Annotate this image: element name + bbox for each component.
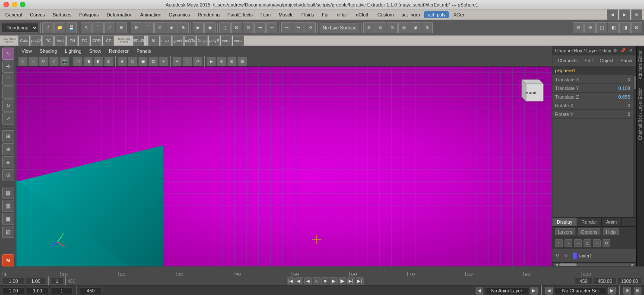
misc-btn2[interactable]: ⊘: [375, 22, 386, 33]
vp-top-btn[interactable]: ⊡: [104, 57, 114, 66]
lasso-btn[interactable]: ⌒: [92, 22, 104, 33]
tab-object[interactable]: Object: [597, 57, 616, 64]
attr-editor-side-tab[interactable]: Attribute Editor: [637, 46, 644, 83]
deform-btn4[interactable]: ⊢: [254, 22, 266, 33]
snap-point-btn[interactable]: ⊙: [154, 22, 165, 33]
lasso-tool-btn[interactable]: ⌒: [2, 74, 14, 86]
vp-rotate-btn[interactable]: ↻: [39, 57, 48, 66]
polye-btn[interactable]: polyE: [209, 35, 220, 46]
vp-light-btn[interactable]: ☀: [159, 57, 168, 66]
transform-btn[interactable]: ⤢: [104, 22, 115, 33]
icqtc-btn[interactable]: icQTc: [184, 35, 196, 46]
menu-fur[interactable]: Fur: [318, 11, 333, 18]
voror2-btn[interactable]: voror: [233, 35, 244, 46]
menu-expand-right[interactable]: ▶: [619, 9, 630, 20]
vp-texture-btn[interactable]: ▤: [149, 57, 158, 66]
char-set-name[interactable]: No Character Set: [555, 287, 606, 294]
status-options-btn[interactable]: ⊞: [634, 287, 641, 295]
layers-menu-btn[interactable]: Layers: [555, 228, 575, 235]
menu-surfaces[interactable]: Surfaces: [49, 11, 75, 18]
misc-btn4[interactable]: ◎: [398, 22, 409, 33]
cpd-btn[interactable]: CPD: [91, 35, 102, 46]
open-btn[interactable]: 📁: [54, 22, 65, 33]
vp-snap-btn[interactable]: ⊙: [217, 57, 226, 66]
vp-wire-btn[interactable]: □: [128, 57, 137, 66]
channel-row-ry[interactable]: Rotate Y 0: [552, 110, 633, 119]
tab-anim[interactable]: Anim: [602, 218, 622, 226]
channel-row-tz[interactable]: Translate Z 0.655: [552, 93, 633, 101]
menu-ncloth[interactable]: nCloth: [352, 11, 373, 18]
tab-edit[interactable]: Edit: [582, 57, 595, 64]
right-btn4[interactable]: ◧: [608, 22, 619, 33]
misc-btn3[interactable]: ⊙: [387, 22, 398, 33]
help-menu-btn[interactable]: Help: [603, 228, 619, 235]
current-time-field[interactable]: [25, 278, 47, 285]
vp-ao-btn[interactable]: ○: [183, 57, 192, 66]
maximize-button[interactable]: [20, 2, 25, 7]
range-end-field[interactable]: [593, 278, 617, 285]
new-scene-btn[interactable]: 🗋: [42, 22, 54, 33]
prev-frame-btn[interactable]: ◀: [304, 277, 312, 285]
go-end-btn[interactable]: ▶|: [356, 277, 364, 285]
menu-options[interactable]: ≡: [631, 9, 642, 20]
layer-scroll-right[interactable]: ▶: [629, 263, 635, 266]
menu-xgen[interactable]: XGen: [450, 11, 469, 18]
close-button[interactable]: [3, 2, 9, 7]
play-fwd-btn[interactable]: ▶: [330, 277, 338, 285]
repeat-btn[interactable]: ⟲: [305, 22, 316, 33]
menu-deformation[interactable]: Deformation: [103, 11, 136, 18]
snap-face-btn[interactable]: ⊕: [178, 22, 189, 33]
move2-tool-btn[interactable]: ↕: [2, 87, 14, 99]
snap-grid-btn[interactable]: ⊟: [131, 22, 142, 33]
menu-rendering[interactable]: Rendering: [194, 11, 223, 18]
channel-scroll-thumb[interactable]: [634, 76, 636, 89]
start-time-field[interactable]: [3, 278, 24, 285]
vp-iso-btn[interactable]: ◻: [73, 57, 82, 66]
deform-btn2[interactable]: ⊠: [231, 22, 242, 33]
tab-display[interactable]: Display: [552, 218, 577, 226]
render-btn[interactable]: ▶: [193, 22, 204, 33]
fn-btn[interactable]: FN: [67, 35, 78, 46]
char-set-prev[interactable]: ◀: [545, 287, 553, 295]
channel-row-rx[interactable]: Rotate X 0: [552, 101, 633, 110]
vp-show-menu[interactable]: Show: [86, 48, 105, 55]
range-start-field[interactable]: [575, 278, 592, 285]
menu-muscle[interactable]: Muscle: [275, 11, 297, 18]
view-cube[interactable]: BACK: [513, 71, 548, 106]
menu-act-nurb[interactable]: act_nurb: [398, 11, 424, 18]
undo-btn[interactable]: ↩: [281, 22, 292, 33]
sphere-light-btn[interactable]: ⊙: [148, 35, 159, 46]
menu-dynamics[interactable]: Dynamics: [166, 11, 194, 18]
next-frame-btn[interactable]: |▶: [339, 277, 346, 285]
disp-layers-btn[interactable]: ▦: [2, 213, 14, 225]
viewport[interactable]: BACK x y: [16, 67, 552, 266]
rendering-dropdown[interactable]: Rendering: [2, 23, 38, 32]
panel-icon-settings[interactable]: ⚙: [612, 48, 618, 54]
channel-row-ty[interactable]: Translate Y 0.108: [552, 84, 633, 93]
misc-btn5[interactable]: ◉: [410, 22, 421, 33]
live-surface-btn[interactable]: No Live Surface: [320, 23, 359, 32]
options-menu-btn[interactable]: Options: [578, 228, 600, 235]
stop-btn[interactable]: ■: [321, 277, 329, 285]
menu-painteffects[interactable]: PaintEffects: [224, 11, 257, 18]
menu-polygons[interactable]: Polygons: [76, 11, 102, 18]
menu-act-poly[interactable]: act_poly: [424, 11, 449, 18]
vp-hud-btn[interactable]: ⊞: [227, 57, 237, 66]
menu-expand-left[interactable]: ◀: [607, 9, 618, 20]
play-back-btn[interactable]: ◁: [313, 277, 320, 285]
rotate-tool-btn[interactable]: ↻: [2, 99, 14, 112]
range-max-field[interactable]: [618, 278, 641, 285]
vp-aa-btn[interactable]: A: [172, 57, 182, 66]
menu-general[interactable]: General: [2, 11, 25, 18]
right-btn3[interactable]: ◫: [596, 22, 607, 33]
remove-layer-btn[interactable]: ←: [593, 239, 601, 247]
scale-tool-btn[interactable]: ⤢: [2, 112, 14, 125]
vp-view-menu[interactable]: View: [18, 48, 35, 55]
frame-timeline-bar[interactable]: 1 10 20 30 40 50 60 70: [0, 267, 644, 276]
step-back-btn[interactable]: ◀|: [295, 277, 303, 285]
select-btn[interactable]: ↖: [81, 22, 92, 33]
vp-shading-menu[interactable]: Shading: [36, 48, 60, 55]
sculpt-btn[interactable]: ◈: [2, 156, 14, 168]
redo-btn[interactable]: ↪: [293, 22, 304, 33]
deform-btn3[interactable]: ⊡: [243, 22, 254, 33]
